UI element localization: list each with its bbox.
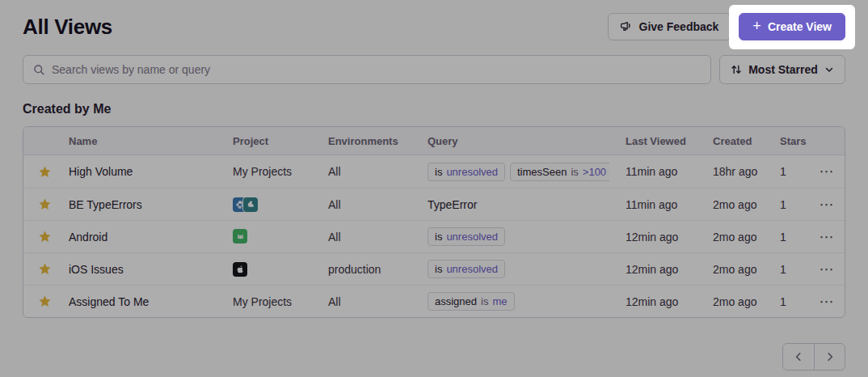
page-title: All Views xyxy=(23,15,112,40)
ellipsis-icon: ⋯ xyxy=(820,229,835,245)
stars-count: 1 xyxy=(767,165,809,178)
row-actions-button[interactable]: ⋯ xyxy=(813,291,841,312)
flask-platform-icon xyxy=(243,197,258,212)
ellipsis-icon: ⋯ xyxy=(820,163,835,180)
all-views-page: All Views Give Feedback + Cr xyxy=(0,0,868,377)
search-input[interactable] xyxy=(52,63,701,76)
pagination xyxy=(782,343,845,371)
view-name-link[interactable]: Android xyxy=(69,231,107,244)
sort-arrows-icon xyxy=(731,64,742,75)
star-icon[interactable] xyxy=(38,165,52,179)
table-row: AndroidAllisunresolved12min ago2mo ago1⋯ xyxy=(23,220,845,252)
toolbar: Most Starred xyxy=(23,55,845,84)
project-cell xyxy=(221,197,317,212)
table-header: NameProjectEnvironmentsQueryLast ViewedC… xyxy=(23,127,845,155)
row-actions-button[interactable]: ⋯ xyxy=(813,259,841,280)
project-cell xyxy=(221,229,317,244)
table-row: High VolumeMy ProjectsAllisunresolvedtim… xyxy=(23,155,845,188)
created-value: 2mo ago xyxy=(713,263,756,276)
query-chip: isunresolved xyxy=(428,260,505,278)
last-viewed-value: 12min ago xyxy=(626,231,678,244)
project-cell xyxy=(221,262,317,277)
query-cell: isunresolvedtimesSeenis>100 xyxy=(415,163,609,181)
row-actions-button[interactable]: ⋯ xyxy=(813,194,841,215)
ellipsis-icon: ⋯ xyxy=(820,294,835,310)
column-header-last-viewed: Last Viewed xyxy=(609,135,702,147)
plus-icon: + xyxy=(752,19,761,33)
query-chip: isunresolved xyxy=(428,163,505,181)
sort-label: Most Starred xyxy=(748,63,818,76)
column-header-stars: Stars xyxy=(767,135,809,147)
table-body: High VolumeMy ProjectsAllisunresolvedtim… xyxy=(23,155,845,317)
create-view-button[interactable]: + Create View xyxy=(739,13,845,40)
last-viewed-value: 12min ago xyxy=(626,295,678,308)
chevron-right-icon xyxy=(824,351,836,362)
page-header: All Views Give Feedback + Cr xyxy=(23,0,845,40)
query-cell: assignedisme xyxy=(415,292,609,311)
environments-cell: All xyxy=(317,295,415,308)
created-value: 18hr ago xyxy=(713,165,757,178)
view-name-link[interactable]: Assigned To Me xyxy=(69,295,149,308)
megaphone-icon xyxy=(620,20,633,33)
created-value: 2mo ago xyxy=(713,198,756,211)
last-viewed-value: 12min ago xyxy=(626,263,678,276)
column-header-project: Project xyxy=(221,135,317,147)
apple-platform-icon xyxy=(233,262,247,277)
table-row: iOS Issuesproductionisunresolved12min ag… xyxy=(23,252,845,285)
environments-cell: All xyxy=(317,231,415,244)
stars-count: 1 xyxy=(767,231,809,244)
chevron-down-icon xyxy=(824,65,834,74)
search-bar xyxy=(23,55,711,84)
sort-dropdown-button[interactable]: Most Starred xyxy=(719,55,845,84)
table-row: BE TypeErrorsAllTypeError11min ago2mo ag… xyxy=(23,188,845,220)
query-text: TypeError xyxy=(428,198,477,211)
column-header-environments: Environments xyxy=(317,135,415,147)
view-name-link[interactable]: iOS Issues xyxy=(69,263,124,276)
android-platform-icon xyxy=(233,229,247,244)
view-name-link[interactable]: High Volume xyxy=(69,165,133,178)
stars-count: 1 xyxy=(767,198,809,211)
row-actions-button[interactable]: ⋯ xyxy=(813,227,841,248)
star-icon[interactable] xyxy=(38,197,52,211)
environments-cell: All xyxy=(317,198,415,211)
last-viewed-value: 11min ago xyxy=(626,198,677,211)
stars-count: 1 xyxy=(767,263,809,276)
environments-cell: All xyxy=(317,165,415,178)
create-view-label: Create View xyxy=(768,20,832,33)
star-icon[interactable] xyxy=(38,262,52,276)
column-header-query: Query xyxy=(415,135,609,147)
ellipsis-icon: ⋯ xyxy=(820,261,835,277)
chevron-left-icon xyxy=(793,351,804,362)
previous-page-button[interactable] xyxy=(783,344,814,370)
query-chip: timesSeenis>100 xyxy=(510,163,609,181)
environments-cell: production xyxy=(317,263,415,276)
create-view-spotlight: + Create View xyxy=(739,13,845,40)
search-icon xyxy=(33,64,45,76)
stars-count: 1 xyxy=(767,295,809,308)
next-page-button[interactable] xyxy=(814,344,845,370)
project-cell: My Projects xyxy=(221,165,317,178)
query-cell: isunresolved xyxy=(415,227,609,246)
created-value: 2mo ago xyxy=(713,295,756,308)
column-header-created: Created xyxy=(702,135,767,147)
last-viewed-value: 11min ago xyxy=(626,165,677,178)
star-icon[interactable] xyxy=(38,294,52,308)
star-icon[interactable] xyxy=(38,230,52,244)
table-row: Assigned To MeMy ProjectsAllassignedisme… xyxy=(23,285,845,317)
query-cell: isunresolved xyxy=(415,260,609,278)
section-title: Created by Me xyxy=(23,102,845,116)
give-feedback-button[interactable]: Give Feedback xyxy=(608,13,731,40)
views-table: NameProjectEnvironmentsQueryLast ViewedC… xyxy=(23,126,845,318)
column-header-name: Name xyxy=(65,135,221,147)
query-cell: TypeError xyxy=(415,198,609,211)
ellipsis-icon: ⋯ xyxy=(820,197,835,213)
view-name-link[interactable]: BE TypeErrors xyxy=(69,198,142,211)
row-actions-button[interactable]: ⋯ xyxy=(813,161,841,182)
header-actions: Give Feedback + Create View xyxy=(608,13,845,40)
give-feedback-label: Give Feedback xyxy=(639,20,719,33)
query-chip: assignedisme xyxy=(428,292,515,311)
project-cell: My Projects xyxy=(221,295,317,308)
created-value: 2mo ago xyxy=(713,231,756,244)
query-chip: isunresolved xyxy=(428,227,505,246)
